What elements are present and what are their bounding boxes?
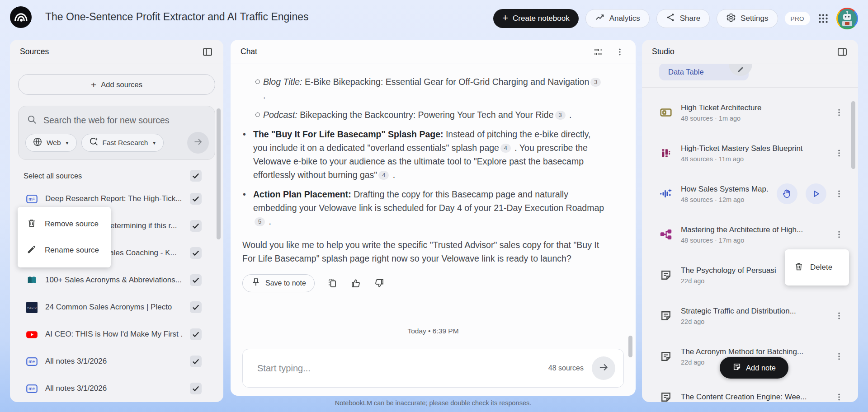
note-icon	[659, 309, 673, 322]
kebab-menu-icon[interactable]	[835, 392, 844, 402]
add-sources-button[interactable]: + Add sources	[18, 74, 215, 95]
studio-item[interactable]: Mastering the Architecture of High...48 …	[642, 214, 858, 255]
arrow-right-icon	[193, 136, 203, 149]
thumb-down-icon[interactable]	[373, 277, 385, 289]
audio-overview-icon	[659, 187, 673, 201]
source-checkbox[interactable]	[190, 247, 202, 259]
citation-chip[interactable]: 3	[590, 78, 601, 87]
kebab-menu-icon[interactable]	[835, 229, 844, 239]
research-mode-chip[interactable]: Fast Research ▼	[81, 134, 164, 152]
notebook-title[interactable]: The One-Sentence Profit Extractor and AI…	[45, 11, 309, 23]
kebab-menu-icon[interactable]	[835, 311, 844, 321]
pin-icon	[251, 277, 261, 289]
copy-icon[interactable]	[326, 277, 338, 289]
top-bar: The One-Sentence Profit Extractor and AI…	[0, 0, 868, 35]
robot-avatar-image	[838, 9, 857, 28]
studio-title: Studio	[652, 47, 675, 56]
analytics-button[interactable]: Analytics	[585, 9, 650, 28]
delete-menu-item[interactable]: Delete	[785, 249, 849, 286]
kebab-menu-icon[interactable]	[614, 46, 626, 58]
studio-item[interactable]: The Content Creation Engine: Wee...	[642, 377, 858, 402]
svg-text:m+: m+	[28, 386, 35, 391]
studio-item-title: How Sales Systems Map...	[681, 185, 769, 194]
source-checkbox[interactable]	[190, 193, 202, 205]
notebooklm-logo-icon[interactable]	[10, 6, 32, 28]
studio-item-title: The Acronym Method for Batching...	[681, 347, 826, 356]
flashcards-icon	[659, 106, 673, 119]
rename-source-label: Rename source	[45, 246, 99, 255]
source-checkbox[interactable]	[190, 383, 202, 394]
rename-source-menu-item[interactable]: Rename source	[18, 237, 111, 263]
web-search-box[interactable]: Search the web for new sources Web ▼ Fas…	[18, 106, 215, 160]
share-label: Share	[680, 14, 700, 23]
source-row[interactable]: m+All notes 3/1/2026	[10, 348, 223, 375]
chat-timestamp: Today • 6:39 PM	[231, 327, 636, 335]
play-button[interactable]	[806, 183, 826, 204]
plus-icon: +	[91, 80, 96, 89]
studio-item[interactable]: Strategic Traffic and Distribution...22d…	[642, 295, 858, 336]
interactive-mode-button[interactable]	[777, 183, 797, 204]
add-sources-label: Add sources	[101, 80, 142, 89]
svg-text:m+: m+	[28, 359, 35, 364]
add-note-label: Add note	[746, 364, 776, 372]
notebook-source-icon: m+	[25, 383, 38, 395]
save-to-note-button[interactable]: Save to note	[242, 274, 315, 292]
thumb-up-icon[interactable]	[350, 277, 362, 289]
source-row[interactable]: AI CEO: THIS is How I'd Make My First ..…	[10, 321, 223, 348]
studio-item[interactable]: High Ticket Architecture48 sources · 1m …	[642, 92, 858, 133]
studio-scrollbar[interactable]	[851, 101, 855, 169]
notebook-source-icon: m+	[25, 356, 38, 368]
source-checkbox[interactable]	[190, 328, 202, 340]
source-row[interactable]: 100+ Sales Acronyms & Abbreviations...	[10, 267, 223, 294]
share-button[interactable]: Share	[656, 9, 710, 28]
source-row[interactable]: m+All notes 3/1/2026	[10, 375, 223, 402]
pencil-icon	[736, 65, 745, 76]
source-row[interactable]: PLECTO24 Common Sales Acronyms | Plecto	[10, 294, 223, 321]
studio-chips-row: Data Table	[642, 64, 858, 87]
remove-source-menu-item[interactable]: Remove source	[18, 211, 111, 237]
chat-scrollbar[interactable]	[628, 336, 632, 357]
chat-input[interactable]	[256, 363, 548, 374]
svg-text:PLECTO: PLECTO	[27, 306, 37, 309]
trash-icon	[794, 262, 804, 274]
source-checkbox[interactable]	[190, 301, 202, 313]
studio-output-list: High Ticket Architecture48 sources · 1m …	[642, 92, 858, 402]
citation-chip[interactable]: 4	[500, 144, 511, 153]
add-note-button[interactable]: Add note	[720, 357, 788, 379]
select-all-checkbox[interactable]	[190, 170, 202, 182]
studio-item-title: The Content Creation Engine: Wee...	[681, 393, 826, 402]
send-button[interactable]	[592, 356, 615, 380]
source-count-label: 48 sources	[548, 364, 584, 372]
studio-item[interactable]: High-Ticket Mastery Sales Blueprint48 so…	[642, 133, 858, 173]
source-checkbox[interactable]	[190, 220, 202, 232]
create-notebook-button[interactable]: + Create notebook	[493, 9, 579, 28]
chevron-down-icon: ▼	[65, 140, 70, 145]
studio-item[interactable]: How Sales Systems Map...48 sources · 12m…	[642, 173, 858, 214]
analytics-label: Analytics	[609, 14, 640, 23]
search-placeholder[interactable]: Search the web for new sources	[43, 115, 170, 126]
web-filter-chip[interactable]: Web ▼	[25, 134, 77, 152]
citation-chip[interactable]: 4	[378, 171, 389, 180]
citation-chip[interactable]: 5	[255, 217, 265, 226]
source-checkbox[interactable]	[190, 274, 202, 286]
sources-scrollbar[interactable]	[217, 108, 221, 239]
studio-header: Studio	[642, 40, 858, 64]
kebab-menu-icon[interactable]	[835, 148, 844, 158]
collapse-panel-icon[interactable]	[202, 46, 213, 58]
search-submit-button[interactable]	[187, 132, 209, 154]
kebab-menu-icon[interactable]	[835, 351, 844, 361]
collapse-panel-icon[interactable]	[836, 46, 848, 58]
chat-settings-icon[interactable]	[592, 46, 604, 58]
avatar[interactable]	[836, 8, 858, 29]
sources-panel: Sources + Add sources Search the web for…	[10, 40, 223, 402]
citation-chip[interactable]: 3	[555, 111, 566, 120]
source-title: 24 Common Sales Acronyms | Plecto	[45, 303, 183, 312]
kebab-menu-icon[interactable]	[835, 189, 844, 199]
chat-header: Chat	[231, 40, 636, 64]
gear-icon	[726, 13, 736, 25]
apps-grid-icon[interactable]	[817, 12, 830, 25]
source-checkbox[interactable]	[190, 356, 202, 367]
settings-button[interactable]: Settings	[717, 9, 778, 28]
source-title: 100+ Sales Acronyms & Abbreviations...	[45, 276, 183, 285]
kebab-menu-icon[interactable]	[835, 108, 844, 117]
